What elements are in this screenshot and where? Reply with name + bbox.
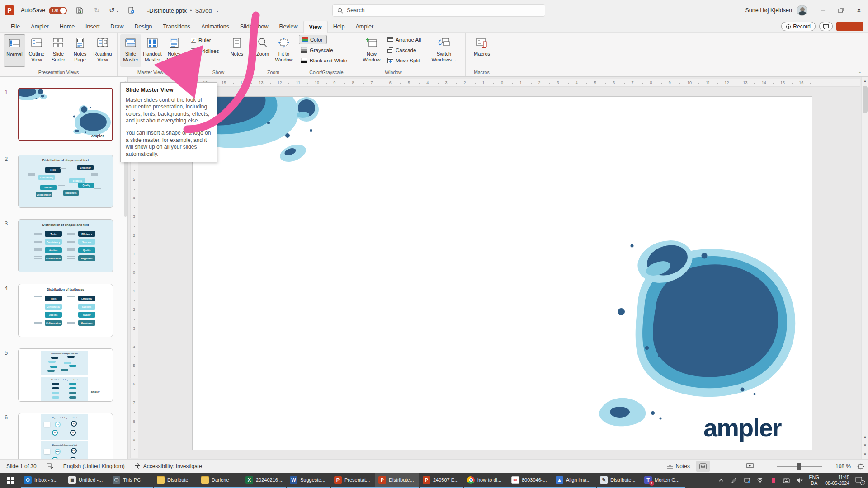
zoom-slider-thumb[interactable] <box>797 463 801 470</box>
minimize-button[interactable]: ─ <box>814 0 832 21</box>
gridlines-checkbox[interactable]: Gridlines <box>191 47 219 55</box>
grayscale-button[interactable]: Grayscale <box>299 45 349 55</box>
autosave-toggle[interactable]: On <box>49 7 67 14</box>
tray-screenclip-icon[interactable] <box>744 477 751 484</box>
ruler-checkbox[interactable]: ✓ Ruler <box>191 36 219 44</box>
fit-slide-icon[interactable] <box>857 463 864 470</box>
slide-thumbnail-frame[interactable]: Distribution of shapes and textToolsCons… <box>18 219 113 272</box>
touch-mode-icon[interactable] <box>127 6 136 15</box>
slide-thumbnail-2[interactable]: 2Distribution of shapes and textToolsEff… <box>0 155 128 208</box>
zoom-slider[interactable] <box>777 466 822 467</box>
taskbar-item-8003046-[interactable]: PDF8003046-... <box>508 473 552 488</box>
move-split-button[interactable]: Move Split <box>385 56 423 65</box>
reading-view-button[interactable]: Reading View <box>92 34 113 67</box>
canvas-scrollbar[interactable]: ▲ ▲ ▼ ▼ <box>861 77 868 459</box>
tray-chevron-up-icon[interactable] <box>717 477 725 484</box>
fit-to-window-button[interactable]: Fit to Window <box>274 34 294 67</box>
language-indicator[interactable]: ENGDA <box>809 474 820 486</box>
horizontal-ruler[interactable]: 1615141312111098765432101234567891011121… <box>128 79 860 87</box>
taskbar-item-distribute-[interactable]: PDistribute... <box>375 473 419 488</box>
save-icon[interactable] <box>75 6 84 15</box>
tab-slide-show[interactable]: Slide Show <box>235 21 274 33</box>
tray-pen-icon[interactable] <box>731 477 738 484</box>
tab-draw[interactable]: Draw <box>105 21 129 33</box>
slide-master-button[interactable]: Slide Master <box>120 34 141 67</box>
outline-view-button[interactable]: Outline View <box>26 34 47 67</box>
taskbar-item-20240216-[interactable]: X20240216 ... <box>242 473 286 488</box>
undo-dropdown-icon[interactable]: ⌄ <box>116 8 119 13</box>
tab-view[interactable]: View <box>303 21 328 33</box>
scroll-down-icon[interactable]: ▼ <box>862 451 868 458</box>
scrollbar-thumb[interactable] <box>863 86 868 113</box>
black-and-white-button[interactable]: Black and White <box>299 56 349 65</box>
slide-counter[interactable]: Slide 1 of 30 <box>6 463 37 469</box>
next-slide-icon[interactable]: ▼ <box>862 442 868 449</box>
macros-button[interactable]: Macros <box>471 34 493 67</box>
taskbar-item-distribute[interactable]: Distribute <box>154 473 198 488</box>
tab-ampler[interactable]: Ampler <box>350 21 379 33</box>
color-button[interactable]: Color <box>299 35 327 44</box>
notes-page-button[interactable]: Notes Page <box>70 34 90 67</box>
taskbar-item-this-pc[interactable]: 🖵This PC <box>109 473 153 488</box>
new-window-button[interactable]: New Window <box>360 34 383 67</box>
arrange-all-button[interactable]: Arrange All <box>385 35 423 44</box>
tab-insert[interactable]: Insert <box>80 21 105 33</box>
slide-thumbnail-frame[interactable]: ampler <box>18 88 113 141</box>
slide-thumbnail-frame[interactable]: Distribution of shapes and textToolsEffi… <box>18 155 113 208</box>
clock[interactable]: 11:4508-05-2024 <box>825 474 849 486</box>
taskbar-item-darlene[interactable]: Darlene <box>198 473 242 488</box>
slide-sorter-button[interactable]: Slide Sorter <box>48 34 69 67</box>
close-button[interactable]: ✕ <box>850 0 868 21</box>
previous-slide-icon[interactable]: ▲ <box>862 434 868 441</box>
notes-master-button[interactable]: Notes Master <box>164 34 184 67</box>
document-title[interactable]: Distribute.pptx • Saved ⌄ <box>149 0 219 21</box>
restore-button[interactable] <box>832 0 850 21</box>
tab-help[interactable]: Help <box>328 21 350 33</box>
taskbar-item-inbox-s-[interactable]: OInbox - s... <box>21 473 65 488</box>
undo-icon[interactable]: ↺⌄ <box>109 6 118 15</box>
slide-thumbnail-3[interactable]: 3Distribution of shapes and textToolsCon… <box>0 219 128 272</box>
tray-keyboard-icon[interactable] <box>783 477 790 484</box>
scroll-up-icon[interactable]: ▲ <box>862 78 868 84</box>
taskbar-item-morten-g-[interactable]: T1Morten G... <box>641 473 685 488</box>
taskbar-item-untitled-[interactable]: ≣Untitled -... <box>65 473 109 488</box>
taskbar-item-distribute-[interactable]: ✎Distribute... <box>597 473 641 488</box>
tab-design[interactable]: Design <box>129 21 158 33</box>
tab-home[interactable]: Home <box>54 21 80 33</box>
slide-thumbnail-4[interactable]: 4Distribution of textboxesToolsConsisten… <box>0 284 128 337</box>
accessibility-status[interactable]: Accessibility: Investigate <box>135 463 202 469</box>
language-status[interactable]: English (United Kingdom) <box>63 463 125 469</box>
tab-file[interactable]: File <box>5 21 25 33</box>
slide-editing-surface[interactable]: ampler <box>192 96 812 450</box>
slide-thumbnail-5[interactable]: 5Distribution of shapes and textDistribu… <box>0 348 128 402</box>
tab-transitions[interactable]: Transitions <box>157 21 196 33</box>
tray-phone-icon[interactable] <box>770 477 777 484</box>
taskbar-item-presentat-[interactable]: PPresentat... <box>331 473 375 488</box>
normal-view-button[interactable]: Normal <box>4 34 25 67</box>
powerpoint-app-icon[interactable]: P <box>5 5 14 15</box>
normal-view-status-button[interactable] <box>696 461 710 472</box>
taskbar-item-240507-e-[interactable]: P240507 E... <box>420 473 463 488</box>
notes-toggle-button[interactable]: Notes <box>667 463 690 469</box>
switch-windows-button[interactable]: Switch Windows ⌄ <box>429 34 458 67</box>
zoom-button[interactable]: Zoom <box>253 34 273 67</box>
notes-button[interactable]: Notes <box>227 34 247 67</box>
slide-thumbnail-1[interactable]: 1ampler <box>0 88 128 141</box>
tray-volume-muted-icon[interactable] <box>796 477 803 484</box>
taskbar-item-suggeste-[interactable]: WSuggeste... <box>287 473 330 488</box>
slide-thumbnail-frame[interactable]: Alignment of shapes and text63671551Alig… <box>18 413 113 459</box>
collapse-ribbon-icon[interactable]: ⌄ <box>858 69 862 75</box>
spell-check-icon[interactable] <box>47 463 53 469</box>
handout-master-button[interactable]: Handout Master <box>142 34 163 67</box>
slide-thumbnail-frame[interactable]: Distribution of shapes and textDistribut… <box>18 348 113 402</box>
slide-thumbnail-frame[interactable]: Distribution of textboxesToolsConsistenc… <box>18 284 113 337</box>
tray-wifi-icon[interactable] <box>757 477 764 484</box>
comments-button[interactable] <box>819 22 833 31</box>
record-button[interactable]: Record <box>781 22 816 31</box>
redo-icon[interactable]: ↻ <box>92 6 101 15</box>
user-name[interactable]: Sune Høj Kjeldsen <box>745 7 792 14</box>
tab-ampler[interactable]: Ampler <box>25 21 54 33</box>
start-button[interactable] <box>0 473 21 488</box>
search-input[interactable]: Search <box>332 4 545 17</box>
slideshow-view-button[interactable] <box>743 461 757 472</box>
